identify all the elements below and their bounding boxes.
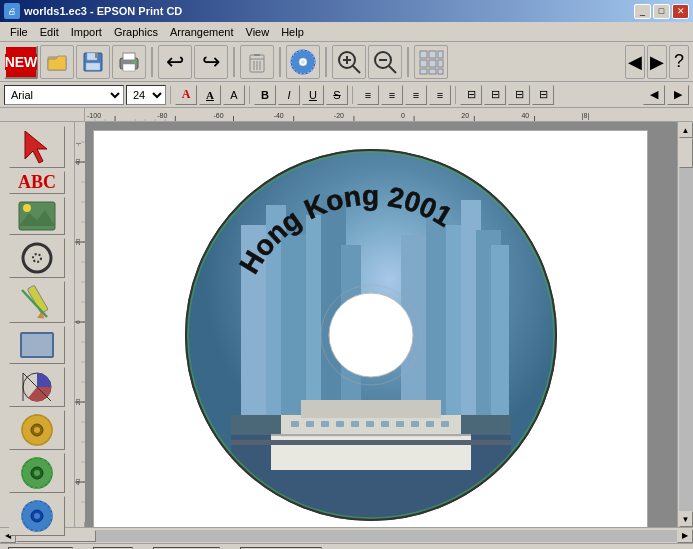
close-button[interactable]: ✕ <box>672 4 689 19</box>
ruler-scroll-corner <box>677 108 693 122</box>
cd-tool-button[interactable] <box>286 45 320 79</box>
canvas-page: Hong Kong 2001 <box>93 130 648 527</box>
align-left-button[interactable]: ≡ <box>357 85 379 105</box>
toolbar-separator-4 <box>325 47 327 77</box>
svg-text:40: 40 <box>521 112 529 119</box>
format-nav-right[interactable]: ▶ <box>667 85 689 105</box>
scroll-thumb-v[interactable] <box>679 138 693 168</box>
zoom-out-button[interactable] <box>368 45 402 79</box>
toolbar-separator-1 <box>151 47 153 77</box>
strikethrough-button[interactable]: S <box>326 85 348 105</box>
scroll-down-button[interactable]: ▼ <box>679 511 693 527</box>
align-center-button[interactable]: ≡ <box>381 85 403 105</box>
svg-text:|8|: |8| <box>582 112 590 120</box>
pie-tool-button[interactable] <box>9 367 65 407</box>
status-bar: ( 76 , 39 ) 80% In=43 mm Out=116 mm <box>0 543 693 549</box>
svg-point-83 <box>34 513 40 519</box>
circle-tool-button[interactable] <box>9 238 65 278</box>
svg-rect-140 <box>336 421 344 427</box>
text-tool-button[interactable]: ABC <box>9 171 65 194</box>
format-extra-3[interactable]: ⊟ <box>508 85 530 105</box>
menu-import[interactable]: Import <box>65 24 108 40</box>
format-nav-left[interactable]: ◀ <box>643 85 665 105</box>
rectangle-tool-button[interactable] <box>9 326 65 364</box>
svg-rect-138 <box>306 421 314 427</box>
ruler-vertical: -| <box>75 122 85 527</box>
svg-point-75 <box>34 427 40 433</box>
bold-button[interactable]: B <box>254 85 276 105</box>
left-toolbar: ABC <box>0 122 75 527</box>
pencil-tool-button[interactable] <box>9 281 65 323</box>
ruler-corner <box>0 108 85 122</box>
scroll-up-button[interactable]: ▲ <box>679 122 693 138</box>
delete-button[interactable] <box>240 45 274 79</box>
svg-rect-28 <box>429 51 436 58</box>
horizontal-scrollbar[interactable]: ◀ ▶ <box>0 527 693 543</box>
format-extra-4[interactable]: ⊟ <box>532 85 554 105</box>
disc3-tool-button[interactable] <box>9 496 65 536</box>
svg-rect-33 <box>420 69 427 74</box>
main-area: ABC <box>0 122 693 527</box>
svg-rect-4 <box>95 53 98 58</box>
vertical-scrollbar[interactable]: ▲ ▼ <box>677 122 693 527</box>
menu-file[interactable]: File <box>4 24 34 40</box>
highlight-button[interactable]: A <box>223 85 245 105</box>
font-color-button[interactable]: A <box>175 85 197 105</box>
justify-button[interactable]: ≡ <box>429 85 451 105</box>
format-sep-3 <box>352 86 353 104</box>
toolbar-separator-2 <box>233 47 235 77</box>
abc-icon: ABC <box>18 172 56 193</box>
scroll-track-h[interactable] <box>16 530 677 542</box>
svg-rect-5 <box>86 63 100 70</box>
menu-arrangement[interactable]: Arrangement <box>164 24 240 40</box>
open-button[interactable] <box>40 45 74 79</box>
menu-help[interactable]: Help <box>275 24 310 40</box>
svg-rect-141 <box>351 421 359 427</box>
undo-button[interactable]: ↩ <box>158 45 192 79</box>
window-controls: _ □ ✕ <box>634 4 689 19</box>
svg-text:-100: -100 <box>87 112 101 119</box>
menu-edit[interactable]: Edit <box>34 24 65 40</box>
cd-disc-container: Hong Kong 2001 <box>181 145 561 525</box>
image-tool-button[interactable] <box>9 197 65 235</box>
svg-text:-40: -40 <box>274 112 284 119</box>
title-bar: 🖨 worlds1.ec3 - EPSON Print CD _ □ ✕ <box>0 0 693 22</box>
align-right-button[interactable]: ≡ <box>405 85 427 105</box>
scroll-right-button[interactable]: ▶ <box>647 45 667 79</box>
disc2-tool-button[interactable] <box>9 453 65 493</box>
disc1-tool-button[interactable] <box>9 410 65 450</box>
save-button[interactable] <box>76 45 110 79</box>
redo-button[interactable]: ↪ <box>194 45 228 79</box>
canvas-area[interactable]: Hong Kong 2001 <box>85 122 677 527</box>
svg-rect-137 <box>291 421 299 427</box>
underline-a-button[interactable]: A <box>199 85 221 105</box>
select-tool-button[interactable] <box>9 126 65 168</box>
svg-rect-8 <box>123 64 135 71</box>
minimize-button[interactable]: _ <box>634 4 651 19</box>
cd-disc-svg: Hong Kong 2001 <box>181 145 561 525</box>
new-button[interactable]: NEW <box>4 45 38 79</box>
scroll-track-v[interactable] <box>679 138 693 511</box>
maximize-button[interactable]: □ <box>653 4 670 19</box>
size-selector[interactable]: 24 <box>126 85 166 105</box>
format-extra-1[interactable]: ⊟ <box>460 85 482 105</box>
svg-rect-31 <box>429 60 436 67</box>
scroll-left-button[interactable]: ◀ <box>625 45 645 79</box>
svg-point-79 <box>34 470 40 476</box>
grid-button[interactable] <box>414 45 448 79</box>
format-extra-2[interactable]: ⊟ <box>484 85 506 105</box>
font-selector[interactable]: Arial <box>4 85 124 105</box>
ruler-row: -100 -80 -60 -40 -20 0 20 40 |8| <box>0 108 693 122</box>
print-button[interactable] <box>112 45 146 79</box>
menu-graphics[interactable]: Graphics <box>108 24 164 40</box>
menu-view[interactable]: View <box>240 24 276 40</box>
format-sep-1 <box>170 86 171 104</box>
svg-rect-27 <box>420 51 427 58</box>
italic-button[interactable]: I <box>278 85 300 105</box>
svg-rect-145 <box>411 421 419 427</box>
scroll-right-h-button[interactable]: ▶ <box>677 529 693 543</box>
svg-line-26 <box>389 66 396 73</box>
underline-button[interactable]: U <box>302 85 324 105</box>
help-button[interactable]: ? <box>669 45 689 79</box>
zoom-in-button[interactable] <box>332 45 366 79</box>
